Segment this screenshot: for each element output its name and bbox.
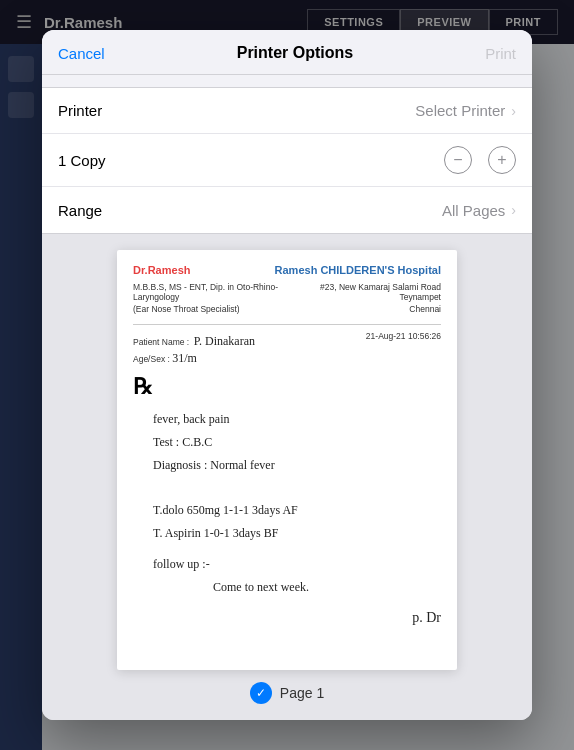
patient-age: 31/m (172, 351, 197, 365)
check-icon: ✓ (256, 686, 266, 700)
range-value: All Pages › (442, 202, 516, 219)
page-indicator-label: Page 1 (280, 685, 324, 701)
hw-line-7: follow up :- (153, 553, 441, 576)
doctor-name-red: Dr.Ramesh (133, 264, 190, 276)
printer-options-modal: Cancel Printer Options Print Printer Sel… (42, 30, 532, 720)
range-option-row[interactable]: Range All Pages › (42, 187, 532, 233)
printer-option-row[interactable]: Printer Select Printer › (42, 88, 532, 134)
page-check-icon: ✓ (250, 682, 272, 704)
hw-line-8: Come to next week. (153, 576, 441, 599)
print-action-button[interactable]: Print (485, 45, 516, 62)
patient-name: P. Dinakaran (194, 334, 255, 348)
prescription-preview: Dr.Ramesh Ramesh CHILDEREN'S Hospital M.… (117, 250, 457, 670)
plus-icon: + (497, 152, 506, 168)
patient-row: Patient Name : P. Dinakaran 21-Aug-21 10… (133, 331, 441, 349)
doctor-degrees: M.B.B.S, MS - ENT, Dip. in Oto-Rhino-Lar… (133, 282, 299, 302)
signature: p. Dr (133, 610, 441, 626)
doctor-specialty: (Ear Nose Throat Specialist) (133, 304, 240, 314)
modal-header: Cancel Printer Options Print (42, 30, 532, 75)
handwritten-content: fever, back pain Test : C.B.C Diagnosis … (133, 408, 441, 598)
decrease-copies-button[interactable]: − (444, 146, 472, 174)
hw-line-6: T. Aspirin 1-0-1 3days BF (153, 522, 441, 545)
prescription-header: Dr.Ramesh Ramesh CHILDEREN'S Hospital (133, 264, 441, 276)
hospital-city: Chennai (409, 304, 441, 320)
preview-area: Dr.Ramesh Ramesh CHILDEREN'S Hospital M.… (42, 234, 532, 720)
hospital-name-blue: Ramesh CHILDEREN'S Hospital (275, 264, 441, 276)
increase-copies-button[interactable]: + (488, 146, 516, 174)
hw-line-1: fever, back pain (153, 408, 441, 431)
hw-line-5: T.dolo 650mg 1-1-1 3days AF (153, 499, 441, 522)
printer-label: Printer (58, 102, 415, 119)
modal-overlay: Cancel Printer Options Print Printer Sel… (0, 0, 574, 750)
hospital-address: #23, New Kamaraj Salami Road Teynampet (299, 282, 442, 302)
range-label: Range (58, 202, 442, 219)
hw-line-3: Diagnosis : Normal fever (153, 454, 441, 477)
copy-stepper: − + (444, 146, 516, 174)
prescription-subheader: M.B.B.S, MS - ENT, Dip. in Oto-Rhino-Lar… (133, 282, 441, 302)
page-indicator: ✓ Page 1 (250, 682, 324, 704)
header-divider (133, 324, 441, 325)
copies-option-row: 1 Copy − + (42, 134, 532, 187)
patient-label: Patient Name : P. Dinakaran (133, 331, 255, 349)
printer-chevron-icon: › (511, 103, 516, 119)
printer-value: Select Printer › (415, 102, 516, 119)
prescription-subheader2: (Ear Nose Throat Specialist) Chennai (133, 304, 441, 320)
hw-line-2: Test : C.B.C (153, 431, 441, 454)
minus-icon: − (453, 152, 462, 168)
age-row: Age/Sex : 31/m (133, 351, 441, 366)
hw-line-4 (153, 476, 441, 499)
cancel-button[interactable]: Cancel (58, 45, 105, 62)
options-section: Printer Select Printer › 1 Copy − + (42, 87, 532, 234)
prescription-date: 21-Aug-21 10:56:26 (366, 331, 441, 349)
select-printer-text: Select Printer (415, 102, 505, 119)
modal-title: Printer Options (237, 44, 353, 62)
all-pages-text: All Pages (442, 202, 505, 219)
rx-symbol: ℞ (133, 374, 441, 400)
copies-label: 1 Copy (58, 152, 444, 169)
range-chevron-icon: › (511, 202, 516, 218)
